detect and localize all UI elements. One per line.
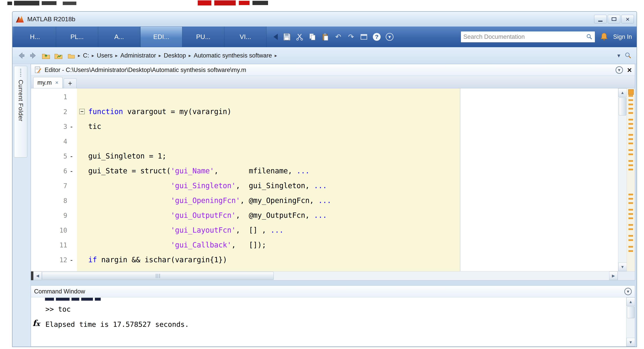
toolbar-overflow-arrow-icon[interactable] (274, 34, 278, 40)
undo-button[interactable]: ↶ (333, 31, 344, 42)
help-button[interactable]: ? (371, 31, 382, 42)
analyzer-tick[interactable] (628, 149, 633, 151)
breadcrumb-item[interactable]: Users (97, 52, 112, 59)
analyzer-tick[interactable] (628, 123, 633, 125)
analyzer-tick[interactable] (628, 108, 633, 110)
analyzer-tick[interactable] (628, 198, 633, 200)
analyzer-summary-box[interactable] (628, 89, 634, 95)
scroll-down-button[interactable]: ▼ (618, 263, 627, 271)
switch-window-button[interactable] (358, 31, 369, 42)
notifications-button[interactable] (600, 32, 608, 41)
analyzer-tick[interactable] (628, 99, 633, 101)
pane-splitter-handle[interactable] (31, 271, 33, 280)
editor-menu-button[interactable]: ▾ (616, 66, 623, 74)
breadcrumb-separator-icon[interactable]: ▸ (159, 53, 161, 58)
breadcrumb-item[interactable]: C: (83, 52, 89, 59)
command-window-header[interactable]: Command Window ▾ (31, 286, 635, 297)
cut-button[interactable] (294, 31, 305, 42)
analyzer-tick[interactable] (628, 228, 633, 230)
minimize-button[interactable] (594, 15, 606, 24)
ribbon-tab-6[interactable]: VI... (224, 27, 266, 47)
back-button[interactable] (16, 51, 26, 60)
analyzer-tick[interactable] (628, 202, 633, 204)
analyzer-tick[interactable] (628, 250, 633, 252)
breadcrumb-separator-icon[interactable]: ▸ (115, 53, 118, 58)
code-line-12: if nargin && ischar(varargin{1}) (88, 252, 618, 267)
analyzer-tick[interactable] (628, 217, 633, 219)
analyzer-tick[interactable] (628, 209, 633, 211)
scroll-left-button[interactable]: ◀ (33, 271, 42, 280)
search-icon[interactable] (586, 34, 592, 40)
toolbar-menu-button[interactable]: ▾ (384, 31, 395, 42)
command-window-menu-button[interactable]: ▾ (624, 288, 632, 295)
sign-in-link[interactable]: Sign In (613, 33, 633, 40)
analyzer-tick[interactable] (628, 134, 633, 136)
up-folder-button[interactable] (41, 51, 51, 60)
clipped-text-artifact (63, 2, 76, 5)
breadcrumb-item[interactable]: Automatic synthesis software (194, 52, 272, 59)
paste-button[interactable] (320, 31, 331, 42)
sidebar-item-current-folder[interactable]: Current Folder (14, 66, 27, 158)
analyzer-tick[interactable] (628, 127, 633, 129)
scroll-up-button[interactable]: ▲ (626, 297, 635, 306)
tab-my-m[interactable]: my.m × (33, 77, 62, 88)
analyzer-tick[interactable] (628, 213, 633, 215)
panel-splitter[interactable] (31, 280, 635, 285)
command-window-surface[interactable]: >> toc Elapsed time is 17.578527 seconds… (31, 297, 635, 346)
code-fold-icon[interactable] (79, 109, 85, 114)
analyzer-tick[interactable] (628, 143, 633, 144)
vertical-scrollbar-thumb[interactable] (619, 98, 626, 115)
ribbon-tab-1[interactable]: H... (14, 27, 56, 47)
breadcrumb-item[interactable]: Desktop (164, 52, 186, 59)
scroll-right-button[interactable]: ▶ (609, 271, 618, 280)
analyzer-tick[interactable] (628, 235, 633, 237)
forward-button[interactable] (29, 51, 38, 60)
analyzer-tick[interactable] (628, 95, 633, 97)
tab-close-icon[interactable]: × (55, 80, 58, 86)
command-vertical-scrollbar[interactable]: ▲ ▼ (626, 297, 635, 346)
analyzer-tick[interactable] (628, 194, 633, 195)
new-tab-button[interactable]: + (64, 78, 76, 88)
analyzer-tick[interactable] (628, 246, 633, 248)
scroll-up-button[interactable]: ▲ (618, 88, 627, 97)
horizontal-scrollbar-thumb[interactable] (42, 272, 274, 280)
address-dropdown-caret[interactable]: ▾ (617, 52, 620, 59)
vertical-scrollbar-thumb[interactable] (627, 306, 634, 318)
analyzer-tick[interactable] (628, 138, 633, 140)
address-search-button[interactable] (623, 51, 633, 60)
breadcrumb-separator-icon[interactable]: ▸ (275, 53, 277, 58)
code-editor-surface[interactable]: function varargout = my(varargin)tic gui… (77, 88, 618, 271)
editor-vertical-scrollbar[interactable]: ▲ ▼ (618, 88, 627, 271)
maximize-button[interactable] (608, 15, 620, 24)
code-analyzer-bar[interactable] (627, 88, 635, 271)
copy-button[interactable] (307, 31, 318, 42)
analyzer-tick[interactable] (628, 119, 633, 121)
search-documentation-input[interactable] (463, 33, 586, 40)
analyzer-tick[interactable] (628, 160, 633, 162)
editor-horizontal-scrollbar[interactable]: ◀ ▶ (31, 271, 635, 280)
title-bar[interactable]: MATLAB R2018b × (12, 12, 636, 27)
horizontal-scrollbar-track[interactable] (274, 271, 609, 280)
breadcrumb-separator-icon[interactable]: ▸ (92, 53, 94, 58)
ribbon-tab-2[interactable]: PL... (56, 27, 98, 47)
ribbon-tab-4[interactable]: EDI... (140, 27, 182, 47)
redo-button[interactable]: ↷ (346, 31, 356, 42)
save-button[interactable] (281, 31, 292, 42)
editor-header[interactable]: Editor - C:\Users\Administrator\Desktop\… (31, 64, 635, 76)
analyzer-tick[interactable] (628, 164, 633, 166)
ribbon-tab-3[interactable]: A... (98, 27, 140, 47)
analyzer-tick[interactable] (628, 224, 633, 226)
analyzer-tick[interactable] (628, 169, 633, 170)
breadcrumb-item[interactable]: Administrator (120, 52, 156, 59)
browse-folder-button[interactable] (54, 51, 63, 60)
analyzer-tick[interactable] (628, 112, 633, 114)
analyzer-tick[interactable] (628, 104, 633, 105)
scroll-down-button[interactable]: ▼ (626, 338, 635, 346)
close-button[interactable]: × (622, 15, 634, 24)
breadcrumb-separator-icon[interactable]: ▸ (78, 53, 80, 58)
analyzer-tick[interactable] (628, 153, 633, 155)
analyzer-tick[interactable] (628, 239, 633, 241)
editor-close-button[interactable]: × (627, 66, 632, 74)
breadcrumb-separator-icon[interactable]: ▸ (188, 53, 191, 58)
ribbon-tab-5[interactable]: PU... (182, 27, 224, 47)
